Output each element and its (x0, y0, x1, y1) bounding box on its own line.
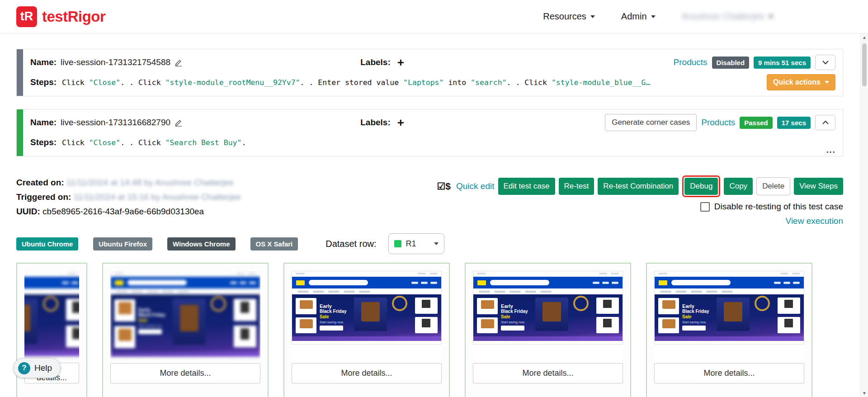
product-tile (658, 317, 679, 333)
site-links-strip (473, 288, 623, 294)
triggered-on-value: 11/11/2024 at 15:16 by Anushree Chatterj… (74, 192, 241, 202)
checkbox-dollar-icon[interactable]: ☑$ (437, 181, 451, 192)
site-header-bar (655, 277, 804, 288)
edit-test-case-button[interactable]: Edit test case (498, 178, 555, 195)
quick-edit-link[interactable]: Quick edit (456, 181, 494, 191)
edit-name-icon[interactable] (175, 118, 183, 127)
product-tile (477, 317, 498, 333)
site-search-pill (127, 280, 187, 285)
platform-badge-ubuntu-firefox[interactable]: Ubuntu Firefox (93, 237, 152, 250)
quick-actions-button[interactable]: Quick actions (767, 74, 835, 90)
more-details-button[interactable]: More details... (473, 363, 623, 383)
edit-name-icon[interactable] (175, 58, 183, 66)
steps-preview: Click "Close". . Click "style-module_roo… (62, 78, 760, 87)
site-nav-links (62, 282, 79, 284)
expand-session-button[interactable] (815, 55, 835, 70)
dataset-row-select[interactable]: R1 (388, 233, 444, 254)
product-tile (114, 299, 135, 321)
wreath-decoration (43, 296, 58, 312)
site-top-strip (655, 271, 804, 277)
hero-cta-button (138, 329, 162, 334)
view-execution-link[interactable]: View execution (786, 216, 843, 226)
screenshot-thumbnail[interactable]: Early Black Friday Sale Start saving now… (654, 271, 804, 360)
duration-badge: 9 mins 51 secs (754, 57, 811, 69)
products-link[interactable]: Products (674, 57, 708, 67)
product-tile (477, 298, 498, 314)
screenshot-card: Early Black Friday Sale Start saving now… (283, 263, 450, 397)
nav-item-admin[interactable]: Admin (621, 11, 656, 22)
screenshot-thumbnail[interactable]: Early Black Friday Sale Start saving now… (292, 271, 442, 360)
disable-retesting-label: Disable re-testing of this test case (714, 202, 843, 212)
site-nav-links (230, 282, 256, 284)
screenshot-thumbnail[interactable]: Early Black Friday Sale Start saving now… (473, 271, 623, 360)
chevron-up-icon (822, 120, 829, 125)
app-logo[interactable]: tR testRigor (16, 6, 105, 27)
user-menu[interactable]: Anushree Chatterjee (682, 11, 773, 22)
retest-button[interactable]: Re-test (559, 178, 594, 195)
scrollbar-up-arrow[interactable]: ▲ (861, 35, 868, 40)
help-button[interactable]: ? Help (14, 358, 61, 378)
site-links-strip (655, 288, 804, 294)
more-details-button[interactable]: More details... (292, 363, 442, 383)
chevron-down-icon (434, 242, 439, 245)
copy-button[interactable]: Copy (724, 178, 753, 195)
delete-button[interactable]: Delete (756, 177, 790, 195)
scrollbar-down-arrow[interactable]: ▼ (861, 391, 868, 396)
hero-text: Early Black Friday Sale Start saving now… (320, 303, 352, 331)
screenshot-card: Early Black Friday Sale Start saving now… (465, 263, 631, 397)
test-case-details: Created on: 11/11/2024 at 14:48 by Anush… (16, 175, 843, 226)
scrollbar-thumb[interactable] (862, 43, 867, 86)
user-name: Anushree Chatterjee (682, 11, 764, 22)
site-search-pill (309, 280, 368, 285)
hero-cta-button (501, 326, 524, 331)
featured-product-tile (717, 298, 750, 331)
session-name: live-session-1731316682790 (61, 118, 170, 128)
site-nav-links (774, 282, 800, 284)
site-nav-links (411, 282, 437, 284)
generate-corner-cases-button[interactable]: Generate corner cases (605, 114, 697, 131)
site-header-bar (292, 277, 441, 288)
debug-button[interactable]: Debug (684, 178, 718, 195)
product-tile (296, 298, 316, 314)
wreath-decoration (755, 296, 770, 311)
add-label-button[interactable]: + (397, 57, 404, 68)
screenshot-thumbnail[interactable]: Early Black Friday Sale Start saving now… (110, 271, 260, 360)
triggered-on-label: Triggered on: (16, 192, 71, 202)
site-nav-links (593, 282, 618, 284)
site-links-strip (111, 288, 260, 294)
platform-row: Ubuntu Chrome Ubuntu Firefox Windows Chr… (16, 233, 843, 254)
retest-combination-button[interactable]: Re-test Combination (598, 178, 679, 195)
site-hero-banner: Early Black Friday Sale Start saving now… (473, 294, 623, 336)
dataset-row-label: Dataset row: (326, 239, 376, 249)
site-gradient-strip (473, 336, 623, 341)
products-link[interactable]: Products (701, 118, 735, 128)
scrollbar[interactable]: ▲ ▼ (860, 33, 868, 397)
more-details-button[interactable]: More details... (110, 363, 260, 383)
collapse-session-button[interactable] (815, 115, 835, 130)
site-bottom-strip (292, 341, 441, 344)
add-label-button[interactable]: + (397, 117, 404, 128)
chevron-down-icon (651, 15, 656, 18)
site-hero-banner: Early Black Friday Sale Start saving now… (655, 294, 804, 336)
platform-badge-osx-safari[interactable]: OS X Safari (250, 237, 298, 250)
nav-item-resources[interactable]: Resources (543, 11, 595, 22)
hero-text: Early Black Friday Sale Start saving now… (682, 303, 715, 331)
disable-retesting-checkbox[interactable] (700, 202, 710, 212)
bestbuy-page-preview: Early Black Friday Sale Start saving now… (292, 271, 442, 345)
bestbuy-page-preview: Early Black Friday Sale Start saving now… (654, 271, 804, 345)
more-details-button[interactable]: More details... (654, 363, 804, 383)
site-hero-banner: Early Black Friday Sale Start saving now… (292, 294, 441, 336)
test-case-meta: Created on: 11/11/2024 at 14:48 by Anush… (16, 175, 241, 226)
screenshot-thumbnail[interactable]: Early Black Friday Sale Start saving now… (24, 271, 79, 360)
more-options-ellipsis[interactable]: ... (826, 148, 835, 151)
site-top-strip (24, 271, 79, 277)
platform-badge-windows-chrome[interactable]: Windows Chrome (167, 237, 236, 250)
product-tile (114, 326, 135, 348)
site-links-strip (24, 288, 79, 294)
top-bar: tR testRigor Resources Admin Anushree Ch… (0, 0, 868, 33)
labels-label: Labels: (360, 118, 391, 128)
thumbnail-row: Early Black Friday Sale Start saving now… (16, 263, 843, 397)
site-gradient-strip (655, 336, 804, 341)
view-steps-button[interactable]: View Steps (794, 178, 843, 195)
platform-badge-ubuntu-chrome[interactable]: Ubuntu Chrome (16, 237, 78, 250)
